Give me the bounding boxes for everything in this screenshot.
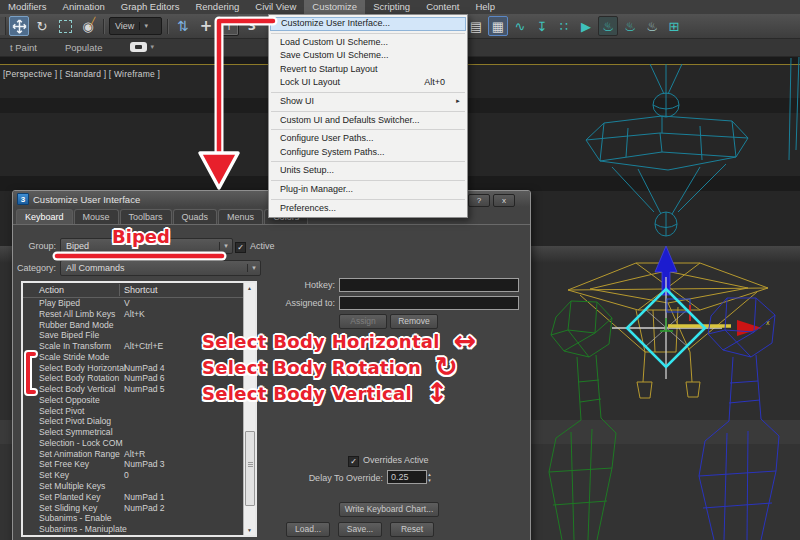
reference-coordinate-dropdown[interactable]: View ▾: [109, 17, 162, 35]
list-scrollbar[interactable]: ▲ ▼: [243, 283, 255, 535]
snap-mode-icon[interactable]: ↑: [219, 16, 239, 36]
select-and-rotate-icon[interactable]: ↻: [32, 16, 52, 36]
column-action[interactable]: Action: [39, 283, 64, 297]
menu-item[interactable]: Units Setup...: [269, 164, 467, 178]
biped-leg-green-wireframe: [549, 301, 616, 540]
dialog-tab[interactable]: Menus: [218, 209, 263, 224]
hotkey-input[interactable]: [339, 278, 519, 292]
scrollbar-up-icon[interactable]: ▲: [244, 283, 255, 293]
menu-item[interactable]: Load Custom UI Scheme...: [269, 36, 467, 50]
scrollbar-down-icon[interactable]: ▼: [244, 525, 255, 535]
delay-to-override-spinner[interactable]: 0.25: [387, 470, 427, 484]
active-label: Active: [250, 241, 275, 251]
table-row[interactable]: Subanims - Maniuplate: [23, 524, 244, 535]
menu-bar-item[interactable]: Rendering: [187, 0, 247, 14]
close-button[interactable]: x: [493, 194, 515, 207]
menu-item[interactable]: Plug-in Manager...: [269, 183, 467, 197]
chevron-down-icon[interactable]: ▾: [150, 43, 154, 51]
table-row[interactable]: Play Biped V: [23, 298, 244, 309]
table-row[interactable]: Select Pivot: [23, 406, 244, 417]
select-and-place-icon[interactable]: ◉╱: [78, 16, 98, 36]
table-row[interactable]: Set Sliding Key NumPad 2: [23, 503, 244, 514]
menu-item[interactable]: Customize User Interface...: [270, 17, 466, 31]
table-row[interactable]: Reset All Limb Keys Alt+K: [23, 309, 244, 320]
ribbon-tab-paint[interactable]: t Paint: [0, 42, 47, 53]
menu-item[interactable]: Save Custom UI Scheme...: [269, 49, 467, 63]
menu-item[interactable]: Preferences...: [269, 202, 467, 216]
annotation-arrow-icon: ↻: [435, 357, 458, 377]
tab-divider: [13, 224, 530, 225]
viewport-layout-icon[interactable]: ⊞: [664, 16, 684, 36]
dialog-tab[interactable]: Quads: [173, 209, 218, 224]
menu-bar-item[interactable]: Graph Editors: [113, 0, 188, 14]
toolbar-edge-fragment: [0, 17, 6, 35]
spinner-down-icon[interactable]: ▾: [428, 477, 431, 483]
menu-item[interactable]: Custom UI and Defaults Switcher...: [269, 114, 467, 128]
annotation-arrow-icon: ↔: [454, 331, 477, 351]
ribbon-minimize-icon[interactable]: [130, 42, 147, 52]
spinner-arrows[interactable]: ▴▾: [425, 470, 434, 484]
table-row[interactable]: Select Symmetrical: [23, 427, 244, 438]
render-iterative-icon[interactable]: ♨: [642, 16, 662, 36]
menu-bar-item[interactable]: Help: [467, 0, 503, 14]
3dsmax-app-icon: 3: [17, 193, 29, 205]
table-row[interactable]: Set Planted Key NumPad 1: [23, 492, 244, 503]
menu-item[interactable]: Lock UI Layout Alt+0: [269, 76, 467, 90]
viewport-label[interactable]: [Perspective ] [ Standard ] [ Wireframe …: [3, 69, 160, 79]
category-dropdown[interactable]: All Commands ▾: [60, 260, 261, 276]
table-row[interactable]: Set Key 0: [23, 470, 244, 481]
select-and-move-icon[interactable]: [9, 16, 29, 36]
curve-editor-icon[interactable]: ∿: [510, 16, 530, 36]
save-button[interactable]: Save...: [338, 522, 382, 537]
render-production-icon[interactable]: ♨: [620, 16, 640, 36]
column-shortcut[interactable]: Shortcut: [124, 283, 158, 297]
table-row[interactable]: Set Multiple Keys: [23, 481, 244, 492]
ribbon-tab-populate[interactable]: Populate: [55, 42, 113, 53]
layout-columns-icon[interactable]: ▦: [488, 16, 508, 36]
table-row[interactable]: Set Free Key NumPad 3: [23, 459, 244, 470]
reset-button[interactable]: Reset: [390, 522, 434, 537]
remove-button[interactable]: Remove: [390, 314, 438, 329]
load-button[interactable]: Load...: [286, 522, 330, 537]
action-list[interactable]: Action Shortcut Play Biped V Reset All L…: [21, 281, 257, 537]
menu-bar-item[interactable]: Content: [418, 0, 467, 14]
submenu-arrow-icon: ►: [455, 95, 461, 109]
assign-button[interactable]: Assign: [339, 314, 387, 329]
menu-bar: ModifiersAnimationGraph EditorsRendering…: [0, 0, 800, 14]
select-and-scale-icon[interactable]: [55, 16, 75, 36]
named-selections-icon[interactable]: ▤: [466, 16, 486, 36]
schematic-view-icon[interactable]: ↧: [532, 16, 552, 36]
menu-bar-item[interactable]: Scripting: [365, 0, 418, 14]
particle-view-icon[interactable]: ∷: [554, 16, 574, 36]
menu-bar-item[interactable]: Modifiers: [0, 0, 55, 14]
active-checkbox[interactable]: ✓Active: [235, 241, 275, 253]
table-row[interactable]: Selection - Lock COM: [23, 438, 244, 449]
scrollbar-thumb[interactable]: [245, 431, 255, 506]
table-row[interactable]: Subanims - Enable: [23, 513, 244, 524]
overrides-active-checkbox[interactable]: ✓Overrides Active: [348, 455, 429, 467]
biped-torso-wireframe: [586, 56, 799, 236]
help-button[interactable]: ?: [468, 194, 490, 207]
table-row[interactable]: Set Animation Range Alt+R: [23, 449, 244, 460]
menu-item[interactable]: Configure User Paths...: [269, 132, 467, 146]
write-keyboard-chart-button[interactable]: Write Keyboard Chart...: [339, 502, 439, 517]
render-setup-icon[interactable]: ▶: [576, 16, 596, 36]
snap-3d-icon[interactable]: 3: [242, 16, 262, 36]
menu-bar-item[interactable]: Civil View: [247, 0, 304, 14]
action-list-header[interactable]: Action Shortcut: [23, 283, 255, 298]
snaps-toggle-icon[interactable]: +: [196, 16, 216, 36]
dialog-tab[interactable]: Mouse: [74, 209, 119, 224]
toolbar-separator: [103, 19, 104, 34]
assigned-to-input[interactable]: [339, 296, 519, 310]
menu-item[interactable]: Revert to Startup Layout: [269, 63, 467, 77]
table-row[interactable]: Select Pivot Dialog: [23, 416, 244, 427]
mirror-icon[interactable]: ⇅: [173, 16, 193, 36]
menu-bar-item[interactable]: Customize: [304, 0, 365, 14]
menu-item[interactable]: Show UI ►: [269, 95, 467, 109]
dialog-tab[interactable]: Toolbars: [120, 209, 172, 224]
chevron-down-icon: ▾: [247, 264, 260, 272]
menu-bar-item[interactable]: Animation: [55, 0, 113, 14]
menu-item[interactable]: Configure System Paths...: [269, 146, 467, 160]
rendered-frame-icon[interactable]: ♨: [598, 16, 618, 36]
dialog-tab[interactable]: Keyboard: [16, 209, 73, 224]
